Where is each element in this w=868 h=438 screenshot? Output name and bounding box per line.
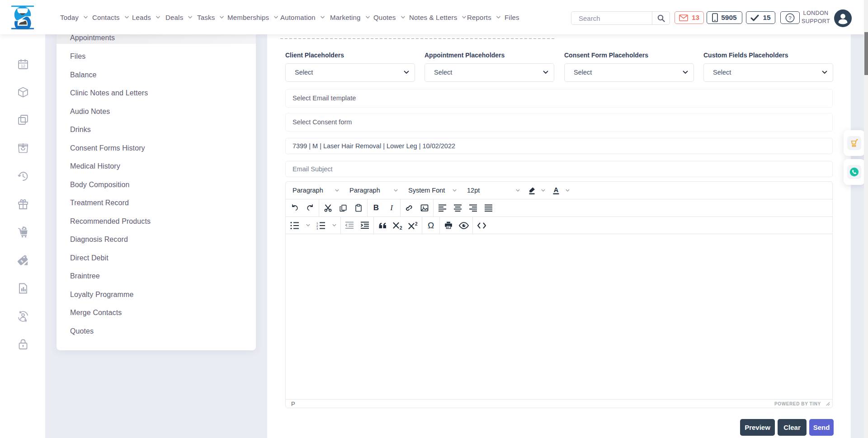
svg-text:A: A — [554, 186, 559, 193]
svg-text:3: 3 — [316, 227, 318, 230]
svg-text:2: 2 — [415, 221, 418, 226]
svg-text:1: 1 — [316, 221, 318, 224]
svg-text:?: ? — [788, 15, 791, 20]
svg-text:12: 12 — [21, 64, 25, 68]
svg-text:2: 2 — [400, 225, 402, 230]
